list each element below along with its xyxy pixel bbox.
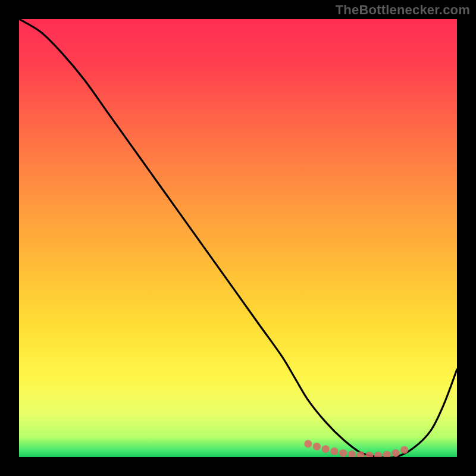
marker-dot [304, 440, 312, 447]
marker-dot [330, 447, 338, 455]
chart-frame [19, 19, 457, 457]
marker-dot [400, 446, 408, 454]
gradient-background [19, 19, 457, 457]
marker-dot [313, 443, 321, 450]
marker-dot [322, 445, 330, 453]
attribution-text: TheBottlenecker.com [336, 2, 470, 18]
marker-dot [339, 449, 347, 457]
bottleneck-chart [19, 19, 457, 457]
marker-dot [392, 449, 399, 457]
